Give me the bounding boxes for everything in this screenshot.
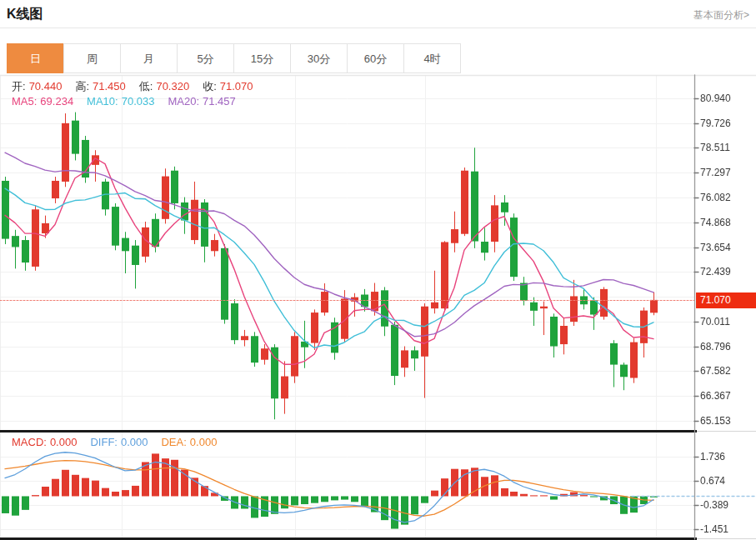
y-axis-tick-label: 0.674 bbox=[700, 475, 725, 487]
y-axis-tick-label: 1.736 bbox=[700, 451, 725, 462]
tab-30min[interactable]: 30分 bbox=[290, 43, 348, 73]
macd-legend: MACD:0.000DIFF:0.000DEA:0.000 bbox=[12, 436, 230, 448]
y-axis-tick-label: 70.011 bbox=[700, 316, 730, 328]
tab-5min[interactable]: 5分 bbox=[177, 43, 234, 73]
y-axis-tick-label: 74.868 bbox=[700, 217, 731, 228]
period-tab-bar: 日周月5分15分30分60分4时 bbox=[7, 43, 461, 73]
y-axis-tick-label: 72.439 bbox=[700, 266, 731, 278]
y-axis-tick-label: 76.082 bbox=[700, 192, 731, 203]
fundamental-analysis-link[interactable]: 基本面分析> bbox=[693, 8, 749, 22]
legend-item: MA20:71.457 bbox=[168, 95, 238, 108]
kline-widget: K线图 基本面分析> 日周月5分15分30分60分4时 开:70.440高:71… bbox=[0, 0, 756, 540]
y-axis-tick-label: 78.511 bbox=[700, 142, 730, 153]
page-title: K线图 bbox=[7, 6, 43, 23]
legend-item: MACD:0.000 bbox=[12, 436, 80, 448]
legend-item: MA10:70.033 bbox=[87, 95, 158, 108]
y-axis-tick-label: 66.367 bbox=[700, 390, 731, 402]
tab-15min[interactable]: 15分 bbox=[233, 43, 291, 73]
widget-header: K线图 基本面分析> bbox=[0, 0, 756, 28]
tab-week[interactable]: 周 bbox=[63, 43, 121, 73]
tab-60min[interactable]: 60分 bbox=[347, 43, 404, 73]
legend-item: 开:70.440 bbox=[12, 80, 65, 92]
legend-item: 收:71.070 bbox=[203, 80, 256, 92]
legend-item: DEA:0.000 bbox=[161, 436, 220, 448]
y-axis-tick-label: 68.796 bbox=[700, 341, 731, 352]
y-axis-tick-label: 79.726 bbox=[700, 118, 731, 129]
legend-item: 低:70.320 bbox=[139, 80, 193, 92]
legend-item: 高:71.450 bbox=[75, 80, 128, 92]
tab-day[interactable]: 日 bbox=[7, 43, 64, 73]
y-axis-tick-label: 77.297 bbox=[700, 167, 731, 178]
ma-legend: MA5:69.234MA10:70.033MA20:71.457 bbox=[12, 95, 249, 108]
y-axis-tick-label: 73.654 bbox=[700, 242, 731, 253]
ohlc-legend: 开:70.440高:71.450低:70.320收:71.070 bbox=[12, 79, 267, 94]
y-axis-tick-label: 67.582 bbox=[700, 365, 731, 377]
y-axis-tick-label: -1.451 bbox=[700, 523, 728, 535]
tab-4hour[interactable]: 4时 bbox=[403, 43, 461, 73]
y-axis-tick-label: 65.153 bbox=[700, 415, 731, 427]
tab-month[interactable]: 月 bbox=[120, 43, 178, 73]
legend-item: DIFF:0.000 bbox=[90, 436, 151, 448]
current-price-tag: 71.070 bbox=[696, 292, 756, 308]
y-axis-tick-label: -0.389 bbox=[700, 499, 728, 511]
y-axis-tick-label: 80.940 bbox=[700, 92, 731, 104]
legend-item: MA5:69.234 bbox=[12, 95, 77, 108]
